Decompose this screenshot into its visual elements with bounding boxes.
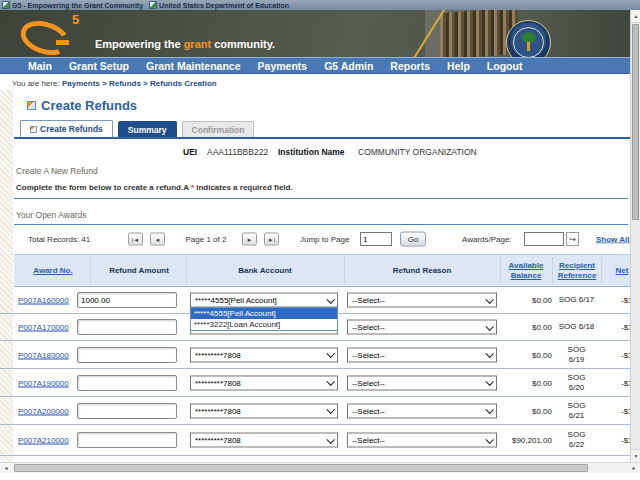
uei-value: AAA111BBB222	[207, 147, 268, 157]
dropdown-option-loan-account[interactable]: *****3222[Loan Account]	[191, 319, 337, 330]
award-link[interactable]: P007A190000	[18, 378, 69, 387]
dropdown-option-pell-account[interactable]: *****4555[Pell Account]	[191, 308, 337, 319]
breadcrumb-path[interactable]: Payments > Refunds > Refunds Creation	[62, 79, 217, 88]
award-link[interactable]: P007A180000	[18, 350, 69, 359]
chevron-down-icon	[485, 350, 493, 358]
open-awards-section-title: Your Open Awards	[16, 210, 86, 220]
available-balance-value: $0.00	[495, 406, 552, 415]
refund-reason-value: --Select--	[352, 406, 385, 415]
nav-item-payments[interactable]: Payments	[258, 60, 308, 72]
header-divider	[344, 257, 345, 284]
awards-per-page-go-icon: ↪	[569, 235, 576, 244]
nav-item-logout[interactable]: Logout	[487, 60, 523, 72]
header-banner: 5 Empowering the grant community.	[0, 10, 640, 57]
tab-confirmation[interactable]: Confirmation	[182, 121, 255, 137]
tab-create-refunds-label: Create Refunds	[40, 124, 103, 134]
bank-account-dropdown-list: *****4555[Pell Account] *****3222[Loan A…	[190, 307, 338, 331]
refund-reason-select[interactable]: --Select--	[347, 433, 497, 448]
scroll-right-button[interactable]: ►	[628, 463, 640, 473]
nav-item-reports[interactable]: Reports	[390, 60, 430, 72]
jump-to-page-label: Jump to Page	[300, 235, 349, 244]
refund-reason-select[interactable]: --Select--	[347, 347, 497, 362]
header-award-no[interactable]: Award No.	[14, 266, 92, 276]
refund-amount-input[interactable]	[77, 347, 177, 363]
recipient-reference-value: SOG 6/18	[553, 322, 600, 332]
vertical-scrollbar-thumb[interactable]	[632, 24, 639, 220]
refund-amount-input[interactable]	[77, 292, 177, 308]
refund-amount-input[interactable]	[77, 319, 177, 335]
award-link[interactable]: P007A210000	[18, 436, 69, 445]
refund-reason-select[interactable]: --Select--	[347, 375, 497, 390]
award-link[interactable]: P007A200000	[18, 406, 69, 415]
total-records-label: Total Records: 41	[28, 235, 90, 244]
next-page-button[interactable]: ►	[242, 233, 257, 246]
bank-account-select[interactable]: *****4555[Pell Account]	[190, 293, 338, 308]
go-button[interactable]: Go	[400, 232, 426, 247]
jump-to-page-input[interactable]	[360, 232, 392, 246]
instructions-post: indicates a required field.	[194, 183, 293, 192]
first-page-button[interactable]: |◄	[128, 233, 143, 246]
chevron-down-icon	[326, 378, 334, 386]
bank-account-select[interactable]: *********7808	[190, 375, 338, 390]
tab-confirmation-label: Confirmation	[192, 125, 245, 135]
titlebar-right-label: United States Department of Education	[159, 2, 289, 9]
available-balance-value: $0.00	[495, 323, 552, 332]
g5-application-window: G5 - Empowering the Grant Community Unit…	[0, 0, 640, 480]
refund-amount-input[interactable]	[77, 403, 177, 419]
nav-item-main[interactable]: Main	[28, 60, 52, 72]
award-link[interactable]: P007A170000	[18, 323, 69, 332]
bank-account-select[interactable]: *********7808	[190, 347, 338, 362]
previous-page-button[interactable]: ◄	[150, 233, 165, 246]
chevron-down-icon	[326, 406, 334, 414]
awards-per-page-input[interactable]	[524, 232, 564, 246]
create-refund-section-title: Create A New Refund	[16, 166, 98, 176]
page-title: Create Refunds	[41, 98, 137, 113]
nav-item-grant-setup[interactable]: Grant Setup	[69, 60, 129, 72]
horizontal-scrollbar-thumb[interactable]	[14, 464, 588, 472]
breadcrumb: You are here: Payments > Refunds > Refun…	[12, 79, 217, 88]
header-divider	[601, 257, 602, 284]
scroll-down-button[interactable]: ▼	[631, 449, 640, 462]
refund-reason-value: --Select--	[352, 350, 385, 359]
scroll-left-button[interactable]: ◄	[0, 463, 12, 473]
nav-item-g5-admin[interactable]: G5 Admin	[324, 60, 373, 72]
refund-reason-select[interactable]: --Select--	[347, 403, 497, 418]
vertical-scrollbar[interactable]: ▲ ▼	[630, 10, 640, 462]
tab-create-refunds-icon	[30, 126, 37, 133]
header-available-balance[interactable]: Available Balance	[500, 261, 552, 281]
refund-reason-select[interactable]: --Select--	[347, 293, 497, 308]
table-row: P007A210000 *********7808 --Select-- $90…	[0, 425, 640, 456]
table-row: P007A200000 *********7808 --Select-- $0.…	[0, 397, 640, 425]
titlebar-left: G5 - Empowering the Grant Community	[2, 1, 143, 9]
header-recipient-reference[interactable]: Recipient Reference	[552, 261, 602, 281]
bank-account-select[interactable]: *********7808	[190, 403, 338, 418]
refund-reason-select[interactable]: --Select--	[347, 320, 497, 335]
last-page-button[interactable]: ►|	[264, 233, 279, 246]
recipient-reference-value: SOG 6/21	[560, 401, 593, 421]
uei-label: UEI	[183, 147, 197, 157]
refund-reason-value: --Select--	[352, 436, 385, 445]
header-divider	[552, 257, 553, 284]
chevron-down-icon	[485, 378, 493, 386]
table-row: P007A180000 *********7808 --Select-- $0.…	[0, 341, 640, 369]
scroll-up-icon: ▲	[634, 13, 639, 19]
tab-summary[interactable]: Summary	[118, 121, 177, 137]
bank-account-value: *********7808	[195, 378, 241, 387]
horizontal-scrollbar[interactable]: ◄ ►	[0, 462, 640, 473]
awards-per-page-go-button[interactable]: ↪	[566, 232, 579, 246]
header-refund-reason: Refund Reason	[344, 266, 500, 276]
next-page-icon: ►	[247, 236, 253, 242]
available-balance-value: $0.00	[495, 350, 552, 359]
award-link[interactable]: P007A160000	[18, 296, 69, 305]
refund-amount-input[interactable]	[77, 432, 177, 448]
tab-create-refunds[interactable]: Create Refunds	[20, 120, 113, 137]
nav-item-help[interactable]: Help	[447, 60, 470, 72]
nav-item-grant-maintenance[interactable]: Grant Maintenance	[146, 60, 241, 72]
refund-amount-input[interactable]	[77, 375, 177, 391]
chevron-down-icon	[485, 322, 493, 330]
scroll-up-button[interactable]: ▲	[631, 10, 640, 23]
bank-account-value: *********7808	[195, 436, 241, 445]
header-divider	[500, 257, 501, 284]
ed-app-icon	[149, 1, 157, 9]
bank-account-select[interactable]: *********7808	[190, 433, 338, 448]
